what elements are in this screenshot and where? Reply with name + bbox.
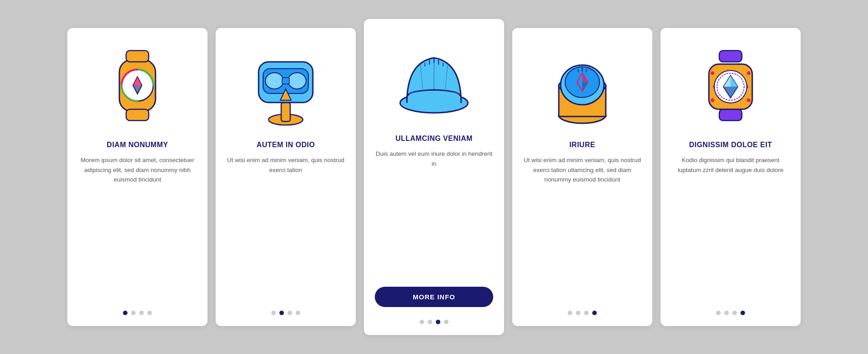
- dot: [296, 311, 300, 315]
- svg-rect-1: [126, 51, 149, 62]
- card-3-text: Duis autem vel eum iriure dolor in hendr…: [375, 149, 493, 278]
- dot: [724, 311, 729, 315]
- svg-point-39: [711, 98, 714, 102]
- svg-rect-13: [282, 78, 289, 84]
- dot: [131, 311, 136, 315]
- card-1-title: DIAM NONUMMY: [107, 141, 168, 149]
- card-1-icon-area: [78, 42, 197, 132]
- svg-point-38: [711, 71, 714, 75]
- svg-point-40: [747, 71, 750, 75]
- dot: [592, 311, 597, 315]
- dot: [716, 311, 721, 315]
- card-2-icon-area: [226, 42, 345, 132]
- smart-hat-icon: [393, 37, 475, 123]
- dot: [741, 311, 745, 315]
- svg-rect-2: [126, 109, 149, 121]
- card-5-dots: [716, 306, 745, 315]
- card-5-icon-area: [671, 42, 790, 132]
- card-5-text: Kodio dignissim qui blandit praesent lup…: [671, 155, 790, 297]
- dot: [576, 311, 580, 315]
- dot: [271, 311, 276, 315]
- card-3-dots: [420, 315, 448, 324]
- card-4: IRIURE Ut wisi enim ad minim veniam, qui…: [512, 28, 652, 326]
- svg-point-11: [265, 73, 283, 89]
- dot: [279, 311, 284, 315]
- svg-rect-8: [281, 102, 290, 121]
- card-1-text: Morem ipsum dolor sit amet, consectetuer…: [78, 155, 197, 297]
- more-info-button[interactable]: MORE INFO: [375, 287, 493, 307]
- dot: [436, 320, 440, 324]
- card-1: DIAM NONUMMY Morem ipsum dolor sit amet,…: [67, 28, 208, 326]
- cards-container: DIAM NONUMMY Morem ipsum dolor sit amet,…: [40, 1, 828, 353]
- card-5: DIGNISSIM DOLOE EIT Kodio dignissim qui …: [660, 28, 801, 326]
- card-2-text: Ut wisi enim ad minim veniam, quis nostr…: [226, 155, 345, 297]
- dot: [732, 311, 737, 315]
- ring-device-icon: [546, 45, 618, 129]
- card-3-title: ULLAMCING VENIAM: [396, 135, 473, 143]
- card-4-icon-area: [523, 42, 642, 132]
- card-3: ULLAMCING VENIAM Duis autem vel eum iriu…: [364, 19, 504, 335]
- card-2: AUTEM IN ODIO Ut wisi enim ad minim veni…: [216, 28, 356, 326]
- card-2-title: AUTEM IN ODIO: [256, 141, 315, 149]
- vr-headset-icon: [250, 44, 322, 130]
- card-3-icon-area: [375, 35, 493, 126]
- svg-point-41: [747, 98, 750, 102]
- dot: [123, 311, 127, 315]
- svg-rect-36: [719, 109, 742, 121]
- card-1-dots: [123, 306, 152, 315]
- card-4-title: IRIURE: [569, 141, 595, 149]
- card-4-dots: [568, 306, 597, 315]
- dot: [568, 311, 572, 315]
- dot: [428, 320, 432, 324]
- diamond-watch-icon: [694, 46, 767, 127]
- dot: [288, 311, 292, 315]
- dot: [420, 320, 424, 324]
- svg-rect-35: [719, 51, 742, 62]
- dot: [139, 311, 144, 315]
- card-4-text: Ut wisi enim ad minim veniam, quis nostr…: [523, 155, 642, 297]
- dot: [444, 320, 448, 324]
- compass-watch-icon: [99, 46, 176, 127]
- dot: [584, 311, 589, 315]
- card-2-dots: [271, 306, 300, 315]
- svg-point-12: [288, 73, 306, 89]
- dot: [147, 311, 152, 315]
- card-5-title: DIGNISSIM DOLOE EIT: [689, 141, 772, 149]
